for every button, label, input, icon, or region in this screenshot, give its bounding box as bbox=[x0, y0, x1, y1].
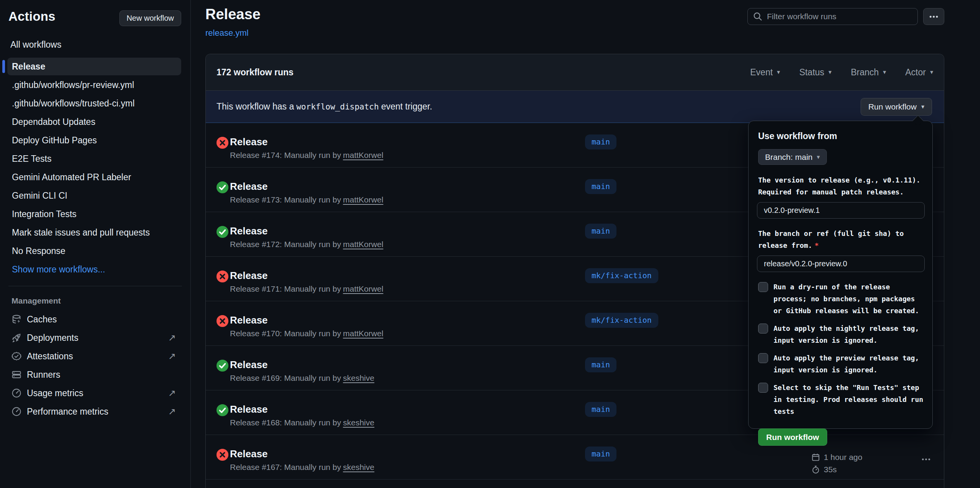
run-workflow-submit-button[interactable]: Run workflow bbox=[758, 428, 827, 446]
page-kebab-button[interactable] bbox=[923, 8, 944, 25]
branch-badge[interactable]: mk/fix-action bbox=[585, 268, 658, 283]
sidebar-item-usage-metrics[interactable]: Usage metrics↗ bbox=[7, 384, 181, 402]
calendar-icon bbox=[811, 453, 820, 461]
branch-badge[interactable]: main bbox=[585, 224, 616, 239]
workflow-label: Gemini Automated PR Labeler bbox=[12, 172, 131, 183]
checkbox-label: Auto apply the nightly release tag, inpu… bbox=[773, 322, 924, 346]
sidebar-item-workflow[interactable]: Release bbox=[7, 58, 181, 75]
run-description-text: Release #174: Manually run by bbox=[230, 151, 341, 159]
run-time: 1 hour ago bbox=[811, 451, 862, 463]
run-workflow-dropdown-button[interactable]: Run workflow▾ bbox=[861, 98, 932, 116]
run-duration-label: 35s bbox=[824, 465, 837, 474]
checkbox[interactable] bbox=[758, 383, 768, 393]
search-icon bbox=[753, 12, 762, 21]
filter-actor[interactable]: Actor▾ bbox=[905, 67, 933, 78]
dialog-title: Use workflow from bbox=[758, 131, 924, 141]
management-item-label: Performance metrics bbox=[27, 407, 108, 417]
run-description-text: Release #169: Manually run by bbox=[230, 373, 341, 382]
sidebar-item-workflow[interactable]: Dependabot Updates bbox=[7, 113, 181, 131]
run-actor-link[interactable]: mattKorwel bbox=[343, 329, 383, 338]
checkbox[interactable] bbox=[758, 282, 768, 292]
runners-icon bbox=[12, 370, 21, 380]
workflow-dispatch-code: workflow_dispatch bbox=[296, 102, 379, 111]
sidebar-item-workflow[interactable]: No Response bbox=[7, 242, 181, 260]
new-workflow-button[interactable]: New workflow bbox=[119, 10, 181, 26]
checkbox[interactable] bbox=[758, 353, 768, 363]
sidebar-item-performance-metrics[interactable]: Performance metrics↗ bbox=[7, 402, 181, 421]
run-title-link[interactable]: Release bbox=[230, 314, 268, 326]
sidebar-item-workflow[interactable]: Mark stale issues and pull requests bbox=[7, 224, 181, 241]
sidebar-item-runners[interactable]: Runners bbox=[7, 365, 181, 384]
filter-workflow-runs-input[interactable] bbox=[767, 12, 912, 21]
branch-badge[interactable]: main bbox=[585, 134, 616, 149]
ref-input[interactable] bbox=[757, 256, 925, 272]
caret-down-icon: ▾ bbox=[817, 154, 820, 160]
workflow-dispatch-banner: This workflow has aworkflow_dispatcheven… bbox=[206, 91, 944, 123]
version-input-description: The version to release (e.g., v0.1.11). … bbox=[758, 174, 924, 198]
branch-badge[interactable]: main bbox=[585, 447, 616, 461]
sidebar-item-caches[interactable]: Caches bbox=[7, 310, 181, 329]
checkbox-label: Run a dry-run of the release process; no… bbox=[773, 281, 924, 317]
sidebar-item-workflow[interactable]: Gemini CLI CI bbox=[7, 187, 181, 204]
external-link-icon: ↗ bbox=[168, 332, 176, 343]
run-duration: 35s bbox=[811, 463, 862, 476]
gauge-icon bbox=[12, 388, 21, 398]
dialog-checkbox-list: Run a dry-run of the release process; no… bbox=[757, 281, 924, 417]
workflow-label: .github/workflows/pr-review.yml bbox=[12, 80, 134, 90]
run-title-link[interactable]: Release bbox=[230, 225, 268, 237]
stopwatch-icon bbox=[811, 465, 820, 474]
filter-branch[interactable]: Branch▾ bbox=[851, 67, 886, 78]
x-circle-icon bbox=[216, 449, 228, 461]
workflow-label: Dependabot Updates bbox=[12, 117, 95, 127]
run-actor-link[interactable]: skeshive bbox=[343, 418, 375, 427]
workflow-list: Release.github/workflows/pr-review.yml.g… bbox=[0, 58, 190, 260]
run-actor-link[interactable]: skeshive bbox=[343, 463, 375, 471]
workflow-file-link[interactable]: release.yml bbox=[205, 28, 248, 38]
caret-down-icon: ▾ bbox=[921, 104, 924, 110]
run-description-text: Release #172: Manually run by bbox=[230, 240, 341, 249]
filter-event[interactable]: Event▾ bbox=[750, 67, 780, 78]
workflow-label: Gemini CLI CI bbox=[12, 191, 67, 201]
run-actor-link[interactable]: skeshive bbox=[343, 373, 375, 382]
workflow-label: E2E Tests bbox=[12, 154, 51, 164]
run-actor-link[interactable]: mattKorwel bbox=[343, 195, 383, 204]
filter-label: Status bbox=[799, 67, 824, 78]
run-title-link[interactable]: Release bbox=[230, 448, 268, 460]
run-actor-link[interactable]: mattKorwel bbox=[343, 151, 383, 159]
check-circle-icon bbox=[216, 226, 228, 238]
filter-status[interactable]: Status▾ bbox=[799, 67, 831, 78]
sidebar-item-workflow[interactable]: Deploy GitHub Pages bbox=[7, 131, 181, 149]
run-title-link[interactable]: Release bbox=[230, 359, 268, 371]
dialog-checkbox-row: Auto apply the preview release tag, inpu… bbox=[758, 352, 924, 376]
branch-badge[interactable]: main bbox=[585, 402, 616, 417]
run-title-link[interactable]: Release bbox=[230, 181, 268, 193]
filter-label: Event bbox=[750, 67, 773, 78]
run-description-text: Release #168: Manually run by bbox=[230, 418, 341, 427]
run-meta: 1 hour ago35s bbox=[811, 451, 862, 476]
checkbox[interactable] bbox=[758, 324, 768, 334]
sidebar-item-workflow[interactable]: Integration Tests bbox=[7, 205, 181, 223]
branch-badge[interactable]: mk/fix-action bbox=[585, 313, 658, 328]
sidebar-item-all-workflows[interactable]: All workflows bbox=[10, 37, 181, 52]
branch-badge[interactable]: main bbox=[585, 357, 616, 372]
x-circle-icon bbox=[216, 271, 228, 282]
run-title-link[interactable]: Release bbox=[230, 136, 268, 148]
run-title-link[interactable]: Release bbox=[230, 270, 268, 282]
run-actor-link[interactable]: mattKorwel bbox=[343, 240, 383, 249]
run-description-text: Release #171: Manually run by bbox=[230, 284, 341, 293]
branch-selector-button[interactable]: Branch: main▾ bbox=[758, 149, 827, 165]
management-item-label: Attestations bbox=[27, 351, 73, 362]
sidebar-item-attestations[interactable]: Attestations↗ bbox=[7, 347, 181, 365]
run-kebab-button[interactable] bbox=[918, 453, 934, 465]
sidebar-item-workflow[interactable]: .github/workflows/pr-review.yml bbox=[7, 76, 181, 94]
sidebar-item-workflow[interactable]: E2E Tests bbox=[7, 150, 181, 168]
sidebar-item-workflow[interactable]: .github/workflows/trusted-ci.yml bbox=[7, 95, 181, 112]
sidebar-item-workflow[interactable]: Gemini Automated PR Labeler bbox=[7, 168, 181, 186]
branch-badge[interactable]: main bbox=[585, 179, 616, 194]
show-more-workflows-link[interactable]: Show more workflows... bbox=[12, 261, 181, 278]
sidebar-item-deployments[interactable]: Deployments↗ bbox=[7, 329, 181, 347]
management-item-label: Runners bbox=[27, 370, 60, 380]
run-title-link[interactable]: Release bbox=[230, 403, 268, 415]
run-actor-link[interactable]: mattKorwel bbox=[343, 284, 383, 293]
version-input[interactable] bbox=[757, 202, 925, 219]
